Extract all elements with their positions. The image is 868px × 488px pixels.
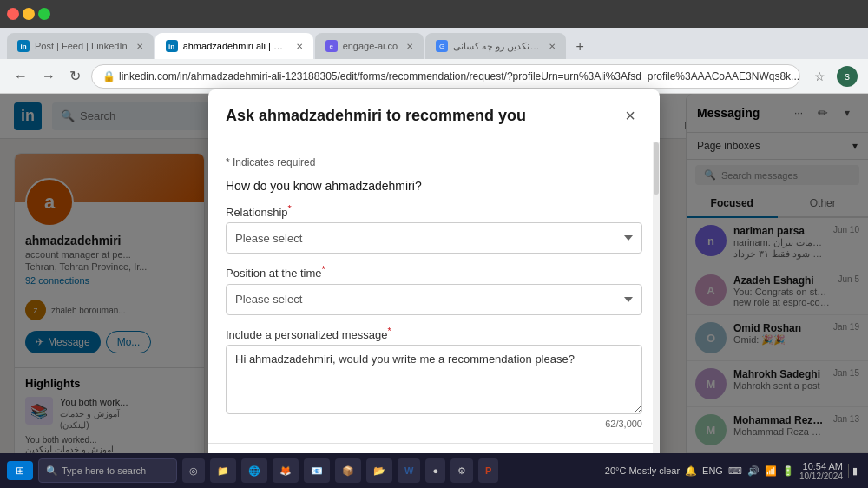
tab3-label: engage-ai.co (343, 41, 398, 51)
modal-title: Ask ahmadzadehmiri to recommend you (226, 107, 526, 125)
taskbar-mail[interactable]: 📧 (304, 458, 330, 483)
modal-close-btn[interactable]: × (618, 103, 642, 128)
relationship-label: Relationship* (226, 203, 642, 219)
bookmark-icon[interactable]: ☆ (807, 64, 832, 89)
store-icon: 📦 (342, 465, 354, 477)
recommendation-modal: Ask ahmadzadehmiri to recommend you × * … (208, 89, 660, 488)
taskbar-explorer[interactable]: 📁 (210, 458, 236, 483)
modal-overlay: Ask ahmadzadehmiri to recommend you × * … (0, 94, 868, 488)
taskbar-right: 20°C Mostly clear 🔔 ENG ⌨ 🔊 📶 🔋 10:54 AM… (605, 461, 861, 481)
windows-icon: ⊞ (16, 465, 24, 477)
form-question: How do you know ahmadzadehmiri? (226, 179, 642, 193)
taskbar-search-placeholder: Type here to search (62, 465, 146, 476)
volume-icon: 🔊 (747, 465, 760, 477)
tab3-close[interactable]: ✕ (406, 42, 413, 51)
tab3-favicon: e (326, 40, 338, 52)
edge-icon: 🌐 (248, 465, 260, 477)
url-text: linkedin.com/in/ahmadzadehmiri-ali-12318… (119, 70, 799, 82)
explorer-icon: 📁 (217, 465, 229, 477)
keyboard-icon: ⌨ (728, 465, 742, 477)
files-icon: 📂 (373, 465, 385, 477)
relationship-select[interactable]: Please select (226, 222, 642, 254)
taskbar-ppt[interactable]: P (478, 458, 498, 483)
position-label: Position at the time* (226, 264, 642, 280)
battery-icon: 🔋 (782, 465, 794, 477)
back-btn[interactable]: ← (10, 65, 31, 88)
window-close-btn[interactable] (7, 8, 19, 20)
title-bar (0, 0, 868, 28)
message-label: Include a personalized message* (226, 326, 642, 341)
lang-indicator: ENG (702, 465, 723, 476)
taskbar-files[interactable]: 📂 (366, 458, 392, 483)
char-count: 62/3,000 (226, 419, 642, 429)
window-maximize-btn[interactable] (38, 8, 50, 20)
refresh-btn[interactable]: ↻ (66, 64, 84, 88)
taskbar-edge[interactable]: 🌐 (241, 458, 267, 483)
new-tab-btn[interactable]: + (568, 35, 592, 59)
required-note: * Indicates required (226, 156, 642, 168)
tab1-close[interactable]: ✕ (136, 42, 143, 51)
position-select[interactable]: Please select (226, 284, 642, 315)
tab-bar: in Post | Feed | LinkedIn ✕ in ahmadzade… (0, 28, 868, 59)
taskbar-store[interactable]: 📦 (335, 458, 361, 483)
address-bar: ← → ↻ 🔒 linkedin.com/in/ahmadzadehmiri-a… (0, 59, 868, 94)
tab1-favicon: in (17, 40, 30, 52)
profile-icon[interactable]: s (837, 66, 858, 87)
show-desktop-btn[interactable]: ▮ (848, 464, 861, 478)
wifi-icon: 📶 (765, 465, 777, 477)
chrome-icon: ● (432, 465, 438, 476)
taskbar-cortana[interactable]: ◎ (182, 458, 205, 483)
tab4-favicon: G (436, 40, 448, 52)
cortana-icon: ◎ (189, 465, 198, 477)
taskbar-firefox[interactable]: 🦊 (273, 458, 299, 483)
window-minimize-btn[interactable] (23, 8, 35, 20)
forward-btn[interactable]: → (38, 65, 59, 88)
taskbar-search-icon: 🔍 (46, 465, 58, 477)
browser-tab-2[interactable]: in ahmadzadehmiri ali | LinkedIn ✕ (155, 33, 313, 59)
ppt-icon: P (485, 465, 491, 476)
clock-time: 10:54 AM (799, 461, 843, 472)
tab2-label: ahmadzadehmiri ali | LinkedIn (183, 41, 287, 51)
clock-date: 10/12/2024 (799, 472, 843, 481)
firefox-icon: 🦊 (279, 465, 292, 477)
modal-body: * Indicates required How do you know ahm… (208, 142, 660, 443)
taskbar-word[interactable]: W (398, 458, 420, 483)
address-icons: ☆ s (807, 64, 858, 89)
modal-scrollbar-thumb (654, 142, 659, 195)
mail-icon: 📧 (311, 465, 323, 477)
page-body: in 🔍 🏠Home 👥My Network 💼Jobs 💬 Messaging… (0, 94, 868, 488)
browser-tab-1[interactable]: in Post | Feed | LinkedIn ✕ (7, 33, 154, 59)
taskbar: ⊞ 🔍 Type here to search ◎ 📁 🌐 🦊 📧 📦 📂 W … (0, 453, 868, 488)
taskbar-settings[interactable]: ⚙ (450, 458, 473, 483)
modal-scrollbar[interactable] (653, 142, 660, 488)
taskbar-search[interactable]: 🔍 Type here to search (38, 458, 177, 483)
browser-tab-4[interactable]: G ریکامدیش لینکدین رو چه کسانی ✕ (425, 33, 566, 59)
notification-icon: 🔔 (685, 465, 697, 477)
taskbar-chrome[interactable]: ● (425, 458, 445, 483)
settings-icon: ⚙ (457, 465, 466, 477)
tab2-favicon: in (166, 40, 178, 52)
tab4-label: ریکامدیش لینکدین رو چه کسانی (453, 41, 540, 52)
start-button[interactable]: ⊞ (7, 461, 33, 480)
word-icon: W (404, 465, 413, 476)
clock: 10:54 AM 10/12/2024 (799, 461, 843, 481)
browser-tab-3[interactable]: e engage-ai.co ✕ (315, 33, 424, 59)
modal-header: Ask ahmadzadehmiri to recommend you × (208, 89, 660, 142)
lock-icon: 🔒 (102, 70, 115, 82)
tab2-close[interactable]: ✕ (296, 42, 303, 51)
personalized-message-textarea[interactable]: Hi ahmadzadehmiri, would you write me a … (226, 345, 642, 414)
tab4-close[interactable]: ✕ (549, 42, 556, 51)
tab1-label: Post | Feed | LinkedIn (35, 41, 128, 51)
weather-text: 20°C Mostly clear (605, 465, 680, 476)
url-bar[interactable]: 🔒 linkedin.com/in/ahmadzadehmiri-ali-123… (91, 64, 800, 89)
